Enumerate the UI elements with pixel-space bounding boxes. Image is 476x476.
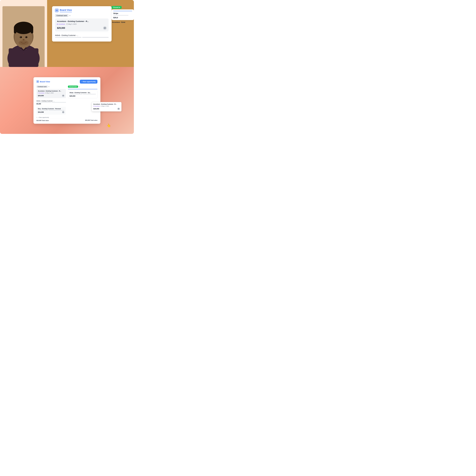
dragging-title: Accenture - Existing Customer - R...: [93, 103, 120, 105]
svg-point-13: [23, 39, 25, 40]
accenture-card-sm[interactable]: Accenture - Existing Customer - R... Acc…: [36, 89, 66, 98]
clock-sm-1: [45, 92, 46, 94]
closed-won-underline: [68, 89, 97, 89]
accenture-meta-sm: Accenture May 5, 2023: [38, 92, 65, 94]
etsy-bar-2: [49, 110, 65, 110]
drag-cursor-icon: 👆: [107, 123, 111, 127]
stripe-bar-1: [69, 94, 83, 94]
contract-sent-col: Contract sent 4 Accenture - Existing Cus…: [36, 85, 66, 121]
accenture-company-sm: Accenture: [38, 92, 45, 94]
airbnb-title: Airbnb - Existing Customer - ..: [55, 34, 109, 36]
etsy-footer-sm: $34,099 ER: [38, 111, 65, 113]
airbnb-simple-card[interactable]: Airbnb - Existing Customer - ..: [55, 33, 109, 39]
icon-bar-3: [56, 11, 57, 11]
svg-rect-8: [31, 26, 33, 34]
total-row-left: $20,000 Total value: [36, 119, 66, 121]
board-full-title-group: Board View: [36, 80, 50, 83]
board-full-title-text: Board View: [40, 81, 50, 83]
etsy-card-sm[interactable]: Etsy - Existing Customer - Renewal $34,0…: [36, 107, 66, 115]
board-columns: Contract sent 4 Accenture - Existing Cus…: [36, 85, 97, 121]
board-full-panel: Board View + New opportunity Contract se…: [34, 77, 101, 124]
airbnb-bars: [55, 37, 109, 37]
stripe-amount-sm: $29,000: [69, 95, 96, 97]
accenture-date: May 5, 2023: [66, 23, 76, 25]
dragging-company: Accenture: [93, 105, 100, 107]
airbnb-card-sm[interactable]: Airbnb - Existing Customer - .. $5,000: [36, 99, 66, 106]
airbnb-amount-sm: $5,000: [36, 103, 66, 105]
svg-rect-7: [14, 26, 16, 34]
top-section: Board View Contract sent 4 Accenture - E…: [0, 0, 134, 67]
stripe-bar-2: [83, 94, 96, 94]
board-full-header: Board View + New opportunity: [36, 80, 97, 84]
columns-row: Contract sent 4 Accenture - Existing Cus…: [55, 14, 109, 39]
stripe-bar: [113, 15, 128, 16]
bi-bar-3: [37, 82, 37, 82]
etsy-title-sm: Etsy - Existing Customer - Renewal: [38, 108, 65, 109]
dragging-footer: $29,000 ER: [93, 108, 120, 110]
board-icon-grid: [56, 10, 58, 11]
board-header: Board View: [55, 9, 109, 12]
etsy-bar-1: [38, 110, 48, 110]
accenture-card-meta: Accenture May 5, 2023: [57, 23, 107, 25]
board-view-icon: [55, 9, 58, 12]
accenture-card-title: Accenture - Existing Customer - R...: [57, 20, 107, 22]
bottom-section: Board View + New opportunity Contract se…: [0, 67, 134, 134]
stripe-title: Stripe: [113, 12, 132, 14]
accenture-amount-sm: $29,000: [38, 95, 44, 97]
accenture-avatar: ER: [103, 26, 107, 30]
dragging-date: May 5, 2023: [101, 105, 109, 107]
svg-rect-2: [9, 48, 38, 67]
total-row-right: $20,000 Total value: [85, 119, 97, 121]
airbnb-bars-sm: [36, 102, 66, 102]
main-container: Board View Contract sent 4 Accenture - E…: [0, 0, 134, 134]
closed-won-header-row: Closed won 1: [68, 85, 97, 88]
icon-bar-2: [57, 10, 58, 10]
accenture-company: Accenture: [57, 23, 65, 25]
accenture-card-top[interactable]: Accenture - Existing Customer - R... Acc…: [55, 18, 109, 32]
etsy-avatar-sm: ER: [62, 111, 65, 113]
dragging-meta: Accenture May 5, 2023: [93, 105, 120, 107]
stripe-amount: $29,0: [113, 17, 132, 18]
contract-header-row: Contract sent 4: [36, 85, 66, 88]
bi-bar-2: [38, 81, 38, 82]
new-opportunity-row[interactable]: + + New opportunity: [36, 116, 66, 119]
accenture-title-sm: Accenture - Existing Customer - R...: [38, 90, 65, 92]
stripe-card-top[interactable]: Stripe $29,0: [112, 9, 134, 20]
airbnb-title-sm: Airbnb - Existing Customer - ..: [36, 100, 66, 102]
svg-point-12: [25, 37, 26, 37]
accenture-footer-sm: $29,000 ER: [38, 94, 65, 97]
dragging-avatar: ER: [117, 108, 120, 110]
person-photo-bg: [0, 0, 47, 67]
person-svg: [2, 6, 45, 67]
contract-sent-column: Contract sent 4 Accenture - Existing Cus…: [55, 14, 109, 39]
contract-tag-sm: Contract sent: [36, 85, 48, 88]
contract-sent-tag: Contract sent: [55, 14, 68, 17]
accenture-avatar-sm: ER: [62, 94, 65, 97]
dragging-amount: $29,000: [93, 108, 99, 110]
bar-1: [55, 37, 82, 37]
dragging-card[interactable]: Accenture - Existing Customer - R... Acc…: [92, 102, 121, 111]
closed-won-panel: Closed w Stripe $29,0 Accenture - Exist: [112, 6, 134, 23]
company-chevron-icon: [57, 24, 58, 25]
bi-bar-4: [38, 82, 38, 82]
stripe-underline: [113, 11, 132, 11]
total-amount-right: $20,000 Total value: [85, 119, 97, 121]
icon-bar-4: [57, 11, 58, 11]
closed-won-header: Closed w: [112, 6, 134, 8]
stripe-card-sm[interactable]: Stripe - Existing Customer - Up... $29,0…: [68, 90, 97, 98]
accenture-right-title: Accenture - Exist: [112, 21, 134, 23]
svg-point-6: [14, 22, 33, 34]
svg-point-11: [20, 37, 21, 37]
top-right-panel: Board View Contract sent 4 Accenture - E…: [47, 0, 134, 67]
etsy-bars-sm: [38, 110, 65, 110]
total-amount-left: $20,000 Total value: [36, 120, 49, 121]
stripe-title-sm: Stripe - Existing Customer - Up...: [69, 92, 96, 93]
board-icon-sm: [36, 80, 39, 83]
new-opportunity-button[interactable]: + New opportunity: [80, 80, 97, 84]
etsy-amount-sm: $34,099: [38, 111, 44, 113]
icon-bar-1: [56, 10, 57, 10]
dragging-clock: [101, 106, 102, 107]
accenture-date-sm: May 5, 2023: [45, 92, 53, 94]
accenture-amount: $29,000: [57, 27, 65, 29]
board-title-underline: [60, 12, 72, 12]
